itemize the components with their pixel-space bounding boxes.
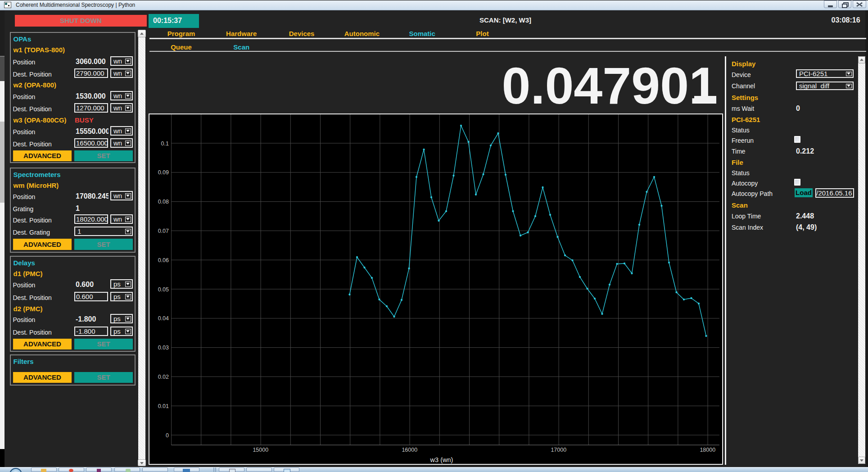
svg-text:0.04: 0.04 [158,315,169,322]
svg-text:15000: 15000 [253,447,268,453]
svg-text:17000: 17000 [551,447,566,453]
svg-text:0.1: 0.1 [161,141,169,147]
svg-text:0.03: 0.03 [158,345,169,351]
svg-text:18000: 18000 [700,447,715,453]
svg-text:0: 0 [166,432,169,439]
svg-text:0.06: 0.06 [158,257,169,263]
svg-text:0.02: 0.02 [158,374,169,380]
svg-text:0.01: 0.01 [158,403,169,409]
svg-text:w3 (wn): w3 (wn) [430,456,453,463]
svg-text:0.09: 0.09 [158,169,169,176]
svg-text:0.05: 0.05 [158,286,169,293]
svg-text:16000: 16000 [402,447,417,453]
svg-text:0.07: 0.07 [158,228,169,234]
svg-text:0.08: 0.08 [158,199,169,205]
